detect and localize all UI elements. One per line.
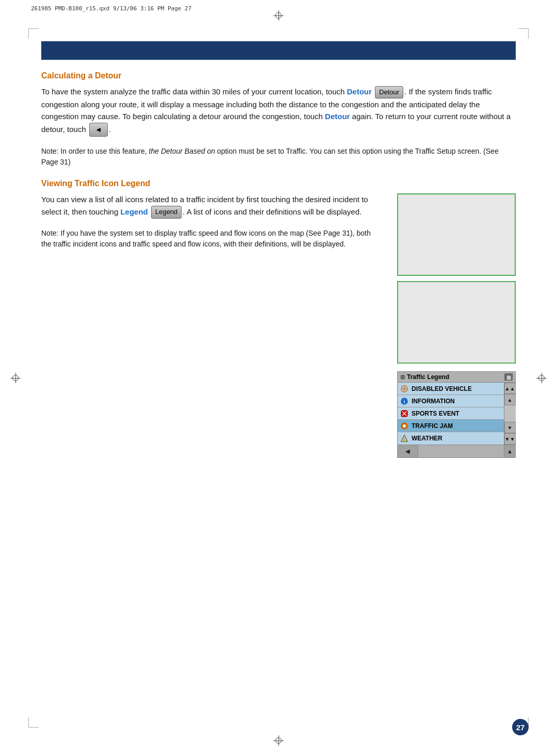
section1-note: Note: In order to use this feature, the … <box>41 146 516 168</box>
legend-row-disabled-vehicle[interactable]: DISABLED VEHICLE <box>398 383 504 395</box>
footer-up-icon: ▲ <box>507 448 513 454</box>
information-label: INFORMATION <box>412 398 502 405</box>
disabled-vehicle-icon <box>400 384 409 393</box>
legend-link: Legend <box>120 207 148 216</box>
legend-rows-list: DISABLED VEHICLE i INFORMATION <box>398 383 504 445</box>
grid-icon: ▦ <box>506 374 511 380</box>
section2-text2: . A list of icons and their definitions … <box>183 207 362 216</box>
legend-row-information[interactable]: i INFORMATION <box>398 395 504 407</box>
left-column: You can view a list of all icons related… <box>41 193 382 458</box>
legend-rows-area: DISABLED VEHICLE i INFORMATION <box>398 383 515 445</box>
right-column: ⊞ Traffic Legend ▦ <box>397 193 516 458</box>
legend-row-sports-event[interactable]: SPORTS EVENT <box>398 407 504 420</box>
legend-header-label: Traffic Legend <box>407 373 449 381</box>
corner-tick-bl-h <box>28 727 39 728</box>
legend-footer-right-button[interactable]: ▲ <box>504 445 515 457</box>
scroll-up-button[interactable]: ▲ <box>504 394 516 405</box>
section2-title: Viewing Traffic Icon Legend <box>41 179 516 188</box>
scroll-top-button[interactable]: ▲▲ <box>504 383 516 394</box>
header-meta: 261985 PMD-B100_r15.qxd 9/13/06 3:16 PM … <box>31 5 191 12</box>
section1-body: To have the system analyze the traffic d… <box>41 86 516 137</box>
blue-banner <box>41 41 516 60</box>
crop-mark-top-center <box>273 10 284 21</box>
section2-body: You can view a list of all icons related… <box>41 193 382 218</box>
legend-header: ⊞ Traffic Legend ▦ <box>398 372 515 383</box>
detour-link-2: Detour <box>325 112 350 121</box>
traffic-legend-panel: ⊞ Traffic Legend ▦ <box>397 371 516 458</box>
page-number: 27 <box>512 719 529 735</box>
section-calculating-detour: Calculating a Detour To have the system … <box>41 71 516 168</box>
footer-spacer <box>418 445 504 457</box>
legend-row-weather[interactable]: ! WEATHER <box>398 432 504 445</box>
scroll-down-button[interactable]: ▼ <box>504 422 516 433</box>
screen-preview-bottom <box>397 281 516 364</box>
back-arrow-legend: ◄ <box>404 447 412 455</box>
legend-header-left: ⊞ Traffic Legend <box>400 373 449 381</box>
svg-text:i: i <box>404 399 405 404</box>
legend-header-icon: ⊞ <box>400 374 405 381</box>
section1-text1: To have the system analyze the traffic d… <box>41 87 347 96</box>
legend-button[interactable]: Legend <box>151 206 182 218</box>
legend-back-button[interactable]: ◄ <box>398 445 418 457</box>
information-icon: i <box>400 397 409 406</box>
screen-preview-top <box>397 193 516 276</box>
legend-scrollbar: ▲▲ ▲ ▼ ▼▼ <box>504 383 515 445</box>
weather-icon: ! <box>400 434 409 443</box>
legend-footer: ◄ ▲ <box>398 445 515 457</box>
corner-tick-tl-h <box>28 28 39 29</box>
detour-button-1[interactable]: Detour <box>375 86 403 98</box>
weather-label: WEATHER <box>412 435 502 442</box>
crop-mark-right-mid <box>536 373 547 383</box>
scroll-track <box>504 405 516 422</box>
sports-event-icon <box>400 409 409 418</box>
section-viewing-traffic: Viewing Traffic Icon Legend You can view… <box>41 179 516 458</box>
traffic-jam-icon <box>400 421 409 431</box>
scroll-bottom-button[interactable]: ▼▼ <box>504 433 516 445</box>
back-button-1[interactable]: ◄ <box>89 123 108 137</box>
note-prefix: Note: In order to use this feature, <box>41 147 149 155</box>
back-arrow-icon: ◄ <box>95 125 102 134</box>
svg-text:!: ! <box>404 438 405 441</box>
detour-link-1: Detour <box>347 87 372 96</box>
disabled-vehicle-label: DISABLED VEHICLE <box>412 385 502 392</box>
crop-mark-left-mid <box>10 373 21 383</box>
traffic-jam-label: TRAFFIC JAM <box>412 422 502 430</box>
corner-tick-tr-v <box>528 28 529 39</box>
two-column-layout: You can view a list of all icons related… <box>41 193 516 458</box>
main-content: Calculating a Detour To have the system … <box>41 41 516 715</box>
note-italic: the Detour Based on <box>149 147 215 155</box>
crop-mark-bottom-center <box>273 735 284 746</box>
svg-point-9 <box>403 424 406 428</box>
sports-event-label: SPORTS EVENT <box>412 410 502 417</box>
corner-tick-tr-h <box>518 28 529 29</box>
corner-tick-tl-v <box>28 28 29 39</box>
section1-title: Calculating a Detour <box>41 71 516 80</box>
corner-tick-bl-v <box>28 717 29 728</box>
section2-note: Note: If you have the system set to disp… <box>41 228 382 250</box>
legend-row-traffic-jam[interactable]: TRAFFIC JAM <box>398 420 504 432</box>
legend-header-grid-icon[interactable]: ▦ <box>504 373 513 381</box>
section1-period: . <box>109 124 111 133</box>
